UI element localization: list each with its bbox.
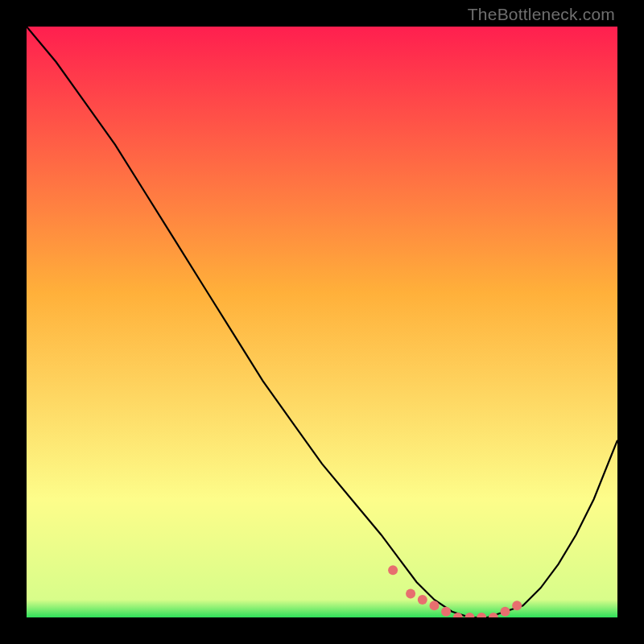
marker-point (406, 589, 415, 599)
marker-point (501, 607, 510, 617)
gradient-background (27, 27, 617, 617)
marker-point (418, 595, 427, 605)
plot-frame (27, 27, 617, 617)
marker-point (441, 607, 451, 617)
marker-point (430, 601, 440, 610)
marker-point (512, 601, 522, 610)
marker-point (388, 565, 398, 575)
watermark-label: TheBottleneck.com (468, 5, 615, 24)
bottleneck-plot (27, 27, 617, 617)
